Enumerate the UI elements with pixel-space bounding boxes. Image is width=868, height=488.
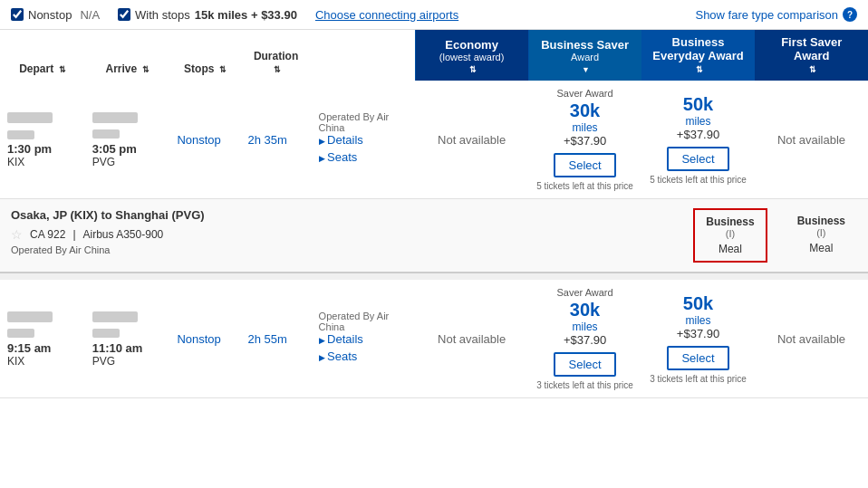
flight2-stops-text: Nonstop <box>177 332 220 346</box>
flight1-biz-saver-tickets: 5 tickets left at this price <box>535 181 634 191</box>
flight1-biz-everyday-select-btn[interactable]: Select <box>667 147 728 171</box>
detail-cabin-info: Business (I) Meal Business (I) Meal <box>693 208 857 263</box>
nonstop-checkbox[interactable] <box>11 8 24 21</box>
flight1-stops: Nonstop <box>169 81 240 199</box>
nonstop-filter[interactable]: Nonstop N/A <box>11 8 100 22</box>
first-saver-sort-icon: ⇅ <box>809 65 816 74</box>
flight1-operated: Operated By Air China <box>319 111 409 133</box>
cabin2-meal: Meal <box>797 242 845 254</box>
flight1-biz-saver-award-label: Saver Award <box>535 88 634 99</box>
flight2-biz-saver-tickets: 3 tickets left at this price <box>535 380 634 390</box>
flight2-arrive: 11:10 am PVG <box>85 280 170 398</box>
flight1-actions: Operated By Air China Details Seats <box>312 81 416 199</box>
col-header-first-saver[interactable]: First Saver Award ⇅ <box>755 30 868 81</box>
cabin2-title: Business <box>797 215 845 227</box>
flight-row-1: 1:30 pm KIX 3:05 pm PVG Nonstop 2h 35m <box>0 81 868 199</box>
flight2-arrive-airport: PVG <box>92 355 163 368</box>
flight1-arrive-airport: PVG <box>92 156 163 168</box>
top-bar: Nonstop N/A With stops 15k miles + $33.9… <box>0 0 868 30</box>
column-headers: Depart ⇅ Arrive ⇅ Stops ⇅ Duration ⇅ Eco… <box>0 30 868 81</box>
flight1-seats-btn[interactable]: Seats <box>319 150 409 164</box>
flight1-biz-everyday-tickets: 5 tickets left at this price <box>649 175 747 185</box>
flight1-biz-saver-miles: 30k <box>570 100 600 120</box>
col-header-arrive[interactable]: Arrive ⇅ <box>85 30 170 81</box>
flight2-biz-saver-unit: miles <box>535 321 634 333</box>
flight2-biz-saver-cell: Saver Award 30k miles +$37.90 Select 3 t… <box>528 280 641 398</box>
flight1-duration-text: 2h 35m <box>248 133 287 147</box>
flight1-depart-airport: KIX <box>7 156 78 168</box>
flight2-stops: Nonstop <box>169 280 240 398</box>
detail-flight-info: Osaka, JP (KIX) to Shanghai (PVG) ☆ CA 9… <box>11 208 205 255</box>
biz-saver-sort-icon: ▼ <box>582 65 590 74</box>
help-icon[interactable]: ? <box>843 7 857 22</box>
choose-airports-link[interactable]: Choose connecting airports <box>315 8 458 22</box>
flight1-biz-everyday-fee: +$37.90 <box>649 128 747 141</box>
flight-row-2: 9:15 am KIX 11:10 am PVG Nonstop 2h 55m <box>0 280 868 398</box>
depart-sort-icon: ⇅ <box>59 65 66 74</box>
economy-sort-icon: ⇅ <box>469 65 477 74</box>
flight1-biz-saver-select-btn[interactable]: Select <box>554 153 615 177</box>
col-header-depart[interactable]: Depart ⇅ <box>0 30 85 81</box>
detail-aircraft: Airbus A350-900 <box>83 228 164 241</box>
flight1-first-saver-cell: Not available <box>755 81 868 199</box>
duration-sort-icon: ⇅ <box>274 65 281 74</box>
flight1-arrive-time-text: 3:05 pm <box>92 142 163 156</box>
withstops-filter[interactable]: With stops 15k miles + $33.90 <box>118 8 297 22</box>
flight2-depart-airport: KIX <box>7 355 78 368</box>
star-icon[interactable]: ☆ <box>11 227 23 242</box>
flight1-stops-text: Nonstop <box>177 133 220 147</box>
cabin-cell-2: Business (I) Meal <box>786 208 857 263</box>
flight2-seats-btn[interactable]: Seats <box>319 349 409 363</box>
fare-comparison-area: Show fare type comparison ? <box>695 7 857 22</box>
flight2-biz-saver-award-label: Saver Award <box>535 287 634 298</box>
flight2-biz-everyday-cell: 50k miles +$37.90 Select 3 tickets left … <box>641 280 755 398</box>
flight2-biz-everyday-select-btn[interactable]: Select <box>667 346 728 370</box>
filter-options: Nonstop N/A With stops 15k miles + $33.9… <box>11 8 458 22</box>
col-header-biz-everyday[interactable]: Business Everyday Award ⇅ <box>641 30 755 81</box>
cabin-cell-1: Business (I) Meal <box>693 208 767 263</box>
flights-table: Depart ⇅ Arrive ⇅ Stops ⇅ Duration ⇅ Eco… <box>0 30 868 398</box>
flight1-depart-time-text: 1:30 pm <box>7 142 78 156</box>
flight2-biz-saver-miles: 30k <box>570 300 600 320</box>
biz-everyday-sort-icon: ⇅ <box>696 65 703 74</box>
withstops-miles: 15k miles + $33.90 <box>195 8 297 22</box>
flight1-biz-everyday-cell: 50k miles +$37.90 Select 5 tickets left … <box>641 81 755 199</box>
flight2-details-btn[interactable]: Details <box>319 332 409 346</box>
flight2-biz-everyday-unit: miles <box>649 314 747 327</box>
cabin1-meal: Meal <box>706 243 754 255</box>
flight1-depart-time <box>7 110 78 125</box>
flight1-biz-saver-fee: +$37.90 <box>535 134 634 148</box>
show-fare-link[interactable]: Show fare type comparison <box>695 8 838 22</box>
col-header-duration[interactable]: Duration ⇅ <box>241 30 312 81</box>
arrive-sort-icon: ⇅ <box>142 65 149 74</box>
detail-operated: Operated By Air China <box>11 244 205 255</box>
flight2-depart-time-text: 9:15 am <box>7 341 78 355</box>
flight1-duration: 2h 35m <box>241 81 312 199</box>
cabin1-sub: (I) <box>706 228 754 239</box>
cabin2-sub: (I) <box>797 227 845 238</box>
flight2-duration: 2h 55m <box>241 280 312 398</box>
detail-separator: | <box>72 228 75 241</box>
detail-route: Osaka, JP (KIX) to Shanghai (PVG) <box>11 208 205 222</box>
detail-expansion-row: Osaka, JP (KIX) to Shanghai (PVG) ☆ CA 9… <box>0 199 868 273</box>
detail-flight-number: CA 922 <box>30 228 65 241</box>
flight2-arrive-time-text: 11:10 am <box>92 341 163 355</box>
col-header-biz-saver[interactable]: Business Saver Award ▼ <box>528 30 641 81</box>
flight2-biz-saver-fee: +$37.90 <box>535 333 634 347</box>
flight2-first-saver-cell: Not available <box>755 280 868 398</box>
col-header-stops[interactable]: Stops ⇅ <box>169 30 240 81</box>
flight2-biz-everyday-miles: 50k <box>683 293 713 313</box>
flight2-actions: Operated By Air China Details Seats <box>312 280 416 398</box>
nonstop-value: N/A <box>80 8 100 22</box>
col-header-details <box>312 30 416 81</box>
flight2-biz-saver-select-btn[interactable]: Select <box>554 352 615 377</box>
flight2-operated: Operated By Air China <box>319 311 409 332</box>
detail-flight-line: ☆ CA 922 | Airbus A350-900 <box>11 227 205 242</box>
col-header-economy[interactable]: Economy (lowest award) ⇅ <box>415 30 528 81</box>
flight1-economy-cell: Not available <box>415 81 528 199</box>
flight1-details-btn[interactable]: Details <box>319 133 409 147</box>
flight2-economy-cell: Not available <box>415 280 528 398</box>
withstops-label: With stops <box>135 8 190 22</box>
detail-inner: Osaka, JP (KIX) to Shanghai (PVG) ☆ CA 9… <box>11 208 857 263</box>
withstops-checkbox[interactable] <box>118 8 130 21</box>
